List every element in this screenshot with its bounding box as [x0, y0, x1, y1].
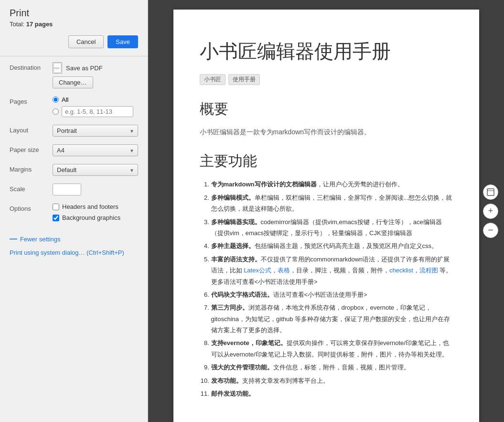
pages-radio-group: All: [53, 96, 138, 117]
paper-size-control: A4 Letter Legal: [53, 144, 138, 156]
destination-control: PDF Save as PDF Change…: [53, 62, 138, 88]
system-dialog-link[interactable]: Print using system dialog… (Ctrl+Shift+P…: [10, 247, 138, 264]
page-view-button[interactable]: [483, 184, 498, 200]
pdf-icon: PDF: [53, 62, 62, 74]
margins-label: Margins: [10, 164, 53, 173]
destination-label: Destination: [10, 62, 53, 71]
settings-area: Destination PDF Save as PDF Change… Page…: [0, 62, 148, 422]
background-graphics-item: Background graphics: [53, 214, 138, 221]
zoom-in-button[interactable]: +: [483, 204, 498, 219]
paper-size-row: Paper size A4 Letter Legal: [10, 144, 138, 156]
zoom-out-button[interactable]: −: [483, 223, 498, 238]
list-item: 邮件发送功能。: [211, 388, 453, 399]
scale-control: 100: [53, 184, 138, 195]
panel-buttons: Cancel Save: [0, 32, 148, 56]
background-graphics-checkbox[interactable]: [53, 215, 59, 221]
headers-footers-item: Headers and footers: [53, 203, 138, 210]
cancel-button[interactable]: Cancel: [68, 35, 104, 48]
total-value: 17 pages: [26, 21, 53, 28]
pages-row: Pages All: [10, 96, 138, 117]
list-item: 丰富的语法支持。不仅提供了常用的commonmarkdown语法，还提供了许多有…: [211, 254, 453, 287]
list-item: 多种主题选择。包括编辑器主题，预览区代码高亮主题，及预览区用户自定义css。: [211, 240, 453, 251]
pages-custom-radio[interactable]: [53, 108, 59, 115]
layout-control: Portrait Landscape: [53, 125, 138, 137]
layout-label: Layout: [10, 125, 53, 134]
list-item: 专为markdown写作设计的文档编辑器，让用户心无旁骛的进行创作。: [211, 179, 453, 190]
pages-custom-option: [53, 106, 138, 117]
svg-rect-2: [487, 189, 494, 195]
change-destination-button[interactable]: Change…: [53, 76, 93, 88]
options-label: Options: [10, 203, 53, 212]
pages-label: Pages: [10, 96, 53, 105]
list-item: 多种编辑模式。单栏编辑，双栏编辑，三栏编辑，全屏写作，全屏阅读...想怎么切换，…: [211, 192, 453, 215]
paper-size-select-wrapper: A4 Letter Legal: [53, 144, 138, 156]
headers-footers-checkbox[interactable]: [53, 204, 59, 210]
save-button[interactable]: Save: [107, 35, 138, 48]
destination-name: Save as PDF: [66, 65, 103, 72]
scale-input[interactable]: 100: [53, 184, 81, 195]
margins-select-wrapper: Default None Minimum Custom: [53, 164, 138, 176]
paper-size-label: Paper size: [10, 144, 53, 153]
paper-size-select[interactable]: A4 Letter Legal: [53, 144, 138, 156]
margins-select[interactable]: Default None Minimum Custom: [53, 164, 138, 176]
tag-0: 小书匠: [200, 74, 225, 85]
scale-row: Scale 100: [10, 184, 138, 195]
preview-area: 小书匠编辑器使用手册 小书匠 使用手册 概要 小书匠编辑器是一款专为markdo…: [148, 0, 504, 422]
options-row: Options Headers and footers Background g…: [10, 203, 138, 221]
print-panel: Print Total: 17 pages Cancel Save Destin…: [0, 0, 148, 422]
tag-bar: 小书匠 使用手册: [200, 74, 453, 85]
panel-title: Print: [10, 8, 138, 19]
options-checkbox-group: Headers and footers Background graphics: [53, 203, 138, 221]
intro-text: 小书匠编辑器是一款专为markdown写作而设计的编辑器。: [200, 127, 453, 137]
headers-footers-label: Headers and footers: [62, 203, 118, 210]
list-item: 强大的文件管理功能。文件信息，标签，附件，音频，视频，图片管理。: [211, 362, 453, 373]
panel-header: Print Total: 17 pages: [0, 0, 148, 32]
layout-row: Layout Portrait Landscape: [10, 125, 138, 137]
list-item: 发布功能。支持将文章发布到博客平台上。: [211, 375, 453, 386]
section2-title: 主要功能: [200, 151, 453, 171]
margins-row: Margins Default None Minimum Custom: [10, 164, 138, 176]
list-item: 支持evernote，印象笔记。提供双向操作，可以将文章保存到evernote/…: [211, 337, 453, 360]
section1-title: 概要: [200, 99, 453, 119]
scroll-controls: + −: [483, 184, 498, 238]
tag-1: 使用手册: [228, 74, 260, 85]
pages-all-radio[interactable]: [53, 97, 59, 103]
svg-text:PDF: PDF: [54, 67, 60, 70]
destination-box: PDF Save as PDF: [53, 62, 138, 74]
panel-total: Total: 17 pages: [10, 21, 138, 28]
doc-title: 小书匠编辑器使用手册: [200, 38, 453, 65]
list-item: 第三方同步。浏览器存储，本地文件系统存储，dropbox，evernote，印象…: [211, 302, 453, 335]
layout-select[interactable]: Portrait Landscape: [53, 125, 138, 137]
fewer-settings-label: Fewer settings: [20, 236, 61, 243]
pages-all-option: All: [53, 96, 138, 103]
options-control: Headers and footers Background graphics: [53, 203, 138, 221]
list-item: 多种编辑器实现。codemirror编辑器（提供vim,emacs按键，行专注等…: [211, 216, 453, 239]
scale-label: Scale: [10, 184, 53, 193]
list-item: 代码块文字格式语法。语法可查看<小书匠语法使用手册>: [211, 289, 453, 300]
fewer-settings-icon: —: [10, 235, 17, 243]
background-graphics-label: Background graphics: [62, 214, 120, 221]
pages-all-label: All: [62, 96, 68, 103]
pages-control: All: [53, 96, 138, 117]
total-label: Total:: [10, 21, 24, 28]
fewer-settings-link[interactable]: — Fewer settings: [10, 229, 138, 247]
margins-control: Default None Minimum Custom: [53, 164, 138, 176]
page-preview: 小书匠编辑器使用手册 小书匠 使用手册 概要 小书匠编辑器是一款专为markdo…: [173, 10, 479, 422]
destination-row: Destination PDF Save as PDF Change…: [10, 62, 138, 88]
layout-select-wrapper: Portrait Landscape: [53, 125, 138, 137]
features-list: 专为markdown写作设计的文档编辑器，让用户心无旁骛的进行创作。 多种编辑模…: [200, 179, 453, 399]
panel-divider: [0, 56, 148, 56]
pages-custom-input[interactable]: [62, 106, 133, 117]
